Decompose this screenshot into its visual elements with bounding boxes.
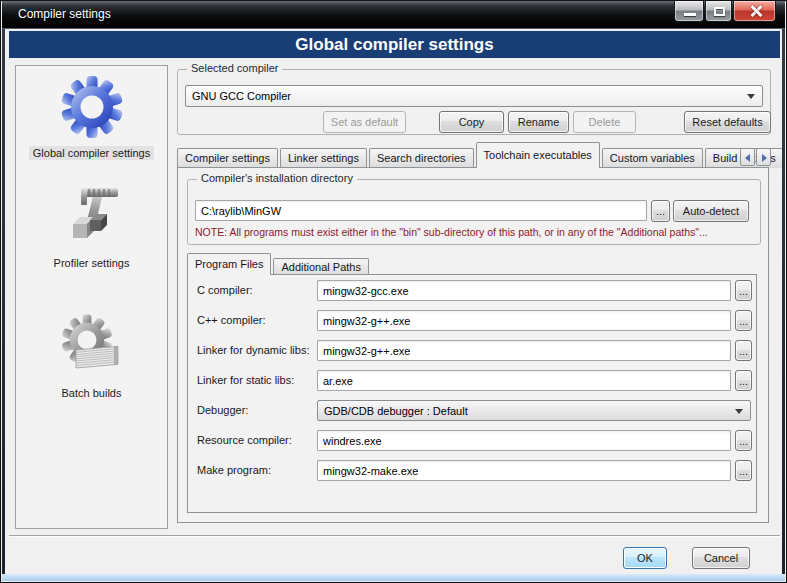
maximize-icon <box>714 7 725 16</box>
window-controls <box>673 1 776 22</box>
tab-linker-settings[interactable]: Linker settings <box>280 148 367 168</box>
delete-button[interactable]: Delete <box>573 111 636 133</box>
cpp-compiler-label: C++ compiler: <box>197 314 265 326</box>
cpp-compiler-browse-button[interactable]: ... <box>735 310 752 331</box>
caliper-icon <box>60 184 124 248</box>
window-border-bottom <box>2 574 785 581</box>
sidebar-item-label: Batch builds <box>58 386 126 400</box>
arrow-right-icon <box>762 154 767 162</box>
footer-divider <box>9 535 780 536</box>
static-linker-browse-button[interactable]: ... <box>735 370 752 391</box>
resource-compiler-label: Resource compiler: <box>197 434 292 446</box>
chevron-down-icon <box>735 409 743 414</box>
page-title: Global compiler settings <box>9 31 780 58</box>
c-compiler-browse-button[interactable]: ... <box>735 280 752 301</box>
program-files-tabstrip: Program Files Additional Paths <box>187 253 487 275</box>
tab-scroll-left-button[interactable] <box>740 148 755 166</box>
static-linker-input[interactable] <box>317 370 731 391</box>
tab-toolchain-executables[interactable]: Toolchain executables <box>476 142 600 168</box>
tab-additional-paths[interactable]: Additional Paths <box>273 258 369 275</box>
installation-directory-input[interactable] <box>195 200 647 221</box>
reset-defaults-button[interactable]: Reset defaults <box>684 111 771 133</box>
tab-compiler-settings[interactable]: Compiler settings <box>177 148 278 168</box>
close-icon <box>750 5 762 17</box>
installation-directory-legend: Compiler's installation directory <box>197 172 357 184</box>
minimize-icon <box>684 13 696 16</box>
tab-custom-variables[interactable]: Custom variables <box>602 148 703 168</box>
window-border-right <box>782 29 785 581</box>
make-program-browse-button[interactable]: ... <box>735 460 752 481</box>
maximize-button[interactable] <box>705 1 732 22</box>
selected-compiler-legend: Selected compiler <box>187 62 282 74</box>
window-title: Compiler settings <box>18 1 111 28</box>
settings-category-list: Global compiler settings P <box>15 65 168 529</box>
close-button[interactable] <box>733 1 776 22</box>
set-as-default-button[interactable]: Set as default <box>323 111 406 133</box>
static-linker-label: Linker for static libs: <box>197 374 294 386</box>
tab-scroll-right-button[interactable] <box>756 148 771 166</box>
make-program-input[interactable] <box>317 460 731 481</box>
copy-button[interactable]: Copy <box>439 111 504 133</box>
debugger-label: Debugger: <box>197 404 248 416</box>
resource-compiler-browse-button[interactable]: ... <box>735 430 752 451</box>
dynamic-linker-input[interactable] <box>317 340 731 361</box>
sidebar-item-batch-builds[interactable]: Batch builds <box>16 314 167 401</box>
compiler-select-value: GNU GCC Compiler <box>192 90 291 102</box>
browse-directory-button[interactable]: ... <box>651 200 670 222</box>
blue-gear-icon <box>60 74 124 138</box>
settings-tabstrip: Compiler settings Linker settings Search… <box>177 142 737 168</box>
dynamic-linker-label: Linker for dynamic libs: <box>197 344 310 356</box>
sidebar-item-global-compiler-settings[interactable]: Global compiler settings <box>16 74 167 161</box>
rename-button[interactable]: Rename <box>508 111 569 133</box>
tab-search-directories[interactable]: Search directories <box>369 148 474 168</box>
compiler-select[interactable]: GNU GCC Compiler <box>185 85 763 107</box>
sidebar-item-label: Profiler settings <box>50 256 134 270</box>
tab-program-files[interactable]: Program Files <box>187 253 271 275</box>
gear-stack-icon <box>60 314 124 378</box>
c-compiler-label: C compiler: <box>197 284 253 296</box>
ok-button[interactable]: OK <box>623 547 667 569</box>
installation-note: NOTE: All programs must exist either in … <box>195 226 757 238</box>
compiler-settings-window: Compiler settings Global compiler settin… <box>0 0 787 583</box>
sidebar-item-profiler-settings[interactable]: Profiler settings <box>16 184 167 271</box>
debugger-select[interactable]: GDB/CDB debugger : Default <box>317 400 751 421</box>
cancel-button[interactable]: Cancel <box>692 547 750 569</box>
cpp-compiler-input[interactable] <box>317 310 731 331</box>
debugger-select-value: GDB/CDB debugger : Default <box>324 405 468 417</box>
sidebar-item-label: Global compiler settings <box>29 146 154 160</box>
dynamic-linker-browse-button[interactable]: ... <box>735 340 752 361</box>
c-compiler-input[interactable] <box>317 280 731 301</box>
make-program-label: Make program: <box>197 464 271 476</box>
titlebar[interactable]: Compiler settings <box>2 1 785 29</box>
minimize-button[interactable] <box>674 1 704 22</box>
auto-detect-button[interactable]: Auto-detect <box>673 200 749 222</box>
window-border-left <box>2 29 5 581</box>
resource-compiler-input[interactable] <box>317 430 731 451</box>
tab-scroll-buttons <box>739 148 771 166</box>
chevron-down-icon <box>747 94 755 99</box>
arrow-left-icon <box>745 154 750 162</box>
